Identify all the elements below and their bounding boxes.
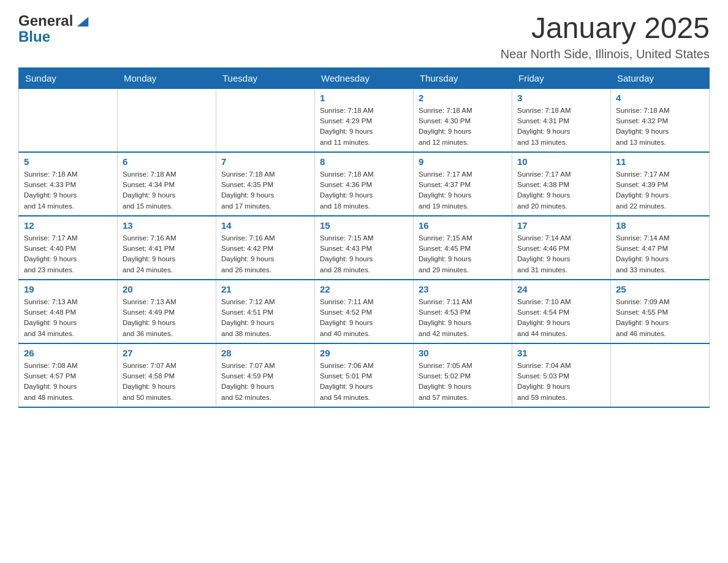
day-info: Sunrise: 7:13 AM Sunset: 4:49 PM Dayligh… bbox=[123, 297, 211, 339]
day-info: Sunrise: 7:06 AM Sunset: 5:01 PM Dayligh… bbox=[320, 361, 408, 403]
calendar-cell: 12Sunrise: 7:17 AM Sunset: 4:40 PM Dayli… bbox=[19, 216, 118, 280]
day-number: 27 bbox=[123, 348, 211, 358]
day-number: 10 bbox=[517, 156, 605, 167]
day-info: Sunrise: 7:09 AM Sunset: 4:55 PM Dayligh… bbox=[616, 297, 704, 339]
day-info: Sunrise: 7:16 AM Sunset: 4:42 PM Dayligh… bbox=[221, 233, 309, 275]
calendar-cell: 1Sunrise: 7:18 AM Sunset: 4:29 PM Daylig… bbox=[315, 88, 414, 152]
calendar-cell: 7Sunrise: 7:18 AM Sunset: 4:35 PM Daylig… bbox=[216, 152, 315, 216]
day-number: 22 bbox=[320, 284, 408, 294]
calendar-cell: 29Sunrise: 7:06 AM Sunset: 5:01 PM Dayli… bbox=[315, 343, 414, 407]
day-number: 25 bbox=[616, 284, 704, 294]
calendar-cell: 9Sunrise: 7:17 AM Sunset: 4:37 PM Daylig… bbox=[414, 152, 512, 216]
day-info: Sunrise: 7:18 AM Sunset: 4:29 PM Dayligh… bbox=[320, 105, 408, 148]
logo: General Blue bbox=[18, 12, 91, 45]
weekday-header-wednesday: Wednesday bbox=[315, 67, 414, 88]
calendar-cell bbox=[118, 88, 216, 152]
calendar-subtitle: Near North Side, Illinois, United States bbox=[501, 47, 710, 61]
day-info: Sunrise: 7:05 AM Sunset: 5:02 PM Dayligh… bbox=[419, 361, 507, 403]
calendar-cell: 8Sunrise: 7:18 AM Sunset: 4:36 PM Daylig… bbox=[315, 152, 414, 216]
day-info: Sunrise: 7:12 AM Sunset: 4:51 PM Dayligh… bbox=[221, 297, 309, 339]
day-number: 5 bbox=[24, 156, 112, 167]
day-number: 21 bbox=[221, 284, 309, 294]
day-info: Sunrise: 7:14 AM Sunset: 4:47 PM Dayligh… bbox=[616, 233, 704, 275]
day-info: Sunrise: 7:13 AM Sunset: 4:48 PM Dayligh… bbox=[24, 297, 112, 339]
day-number: 23 bbox=[419, 284, 507, 294]
calendar-cell: 22Sunrise: 7:11 AM Sunset: 4:52 PM Dayli… bbox=[315, 280, 414, 343]
day-info: Sunrise: 7:08 AM Sunset: 4:57 PM Dayligh… bbox=[24, 361, 112, 403]
week-row-1: 5Sunrise: 7:18 AM Sunset: 4:33 PM Daylig… bbox=[19, 152, 710, 216]
calendar-cell: 3Sunrise: 7:18 AM Sunset: 4:31 PM Daylig… bbox=[512, 88, 611, 152]
day-number: 30 bbox=[419, 348, 507, 358]
calendar-cell: 19Sunrise: 7:13 AM Sunset: 4:48 PM Dayli… bbox=[19, 280, 118, 343]
day-info: Sunrise: 7:17 AM Sunset: 4:38 PM Dayligh… bbox=[517, 169, 605, 212]
day-number: 28 bbox=[221, 348, 309, 358]
calendar-cell: 30Sunrise: 7:05 AM Sunset: 5:02 PM Dayli… bbox=[414, 343, 512, 407]
calendar-cell: 27Sunrise: 7:07 AM Sunset: 4:58 PM Dayli… bbox=[118, 343, 216, 407]
day-number: 20 bbox=[123, 284, 211, 294]
logo-icon bbox=[74, 12, 91, 29]
calendar-cell: 28Sunrise: 7:07 AM Sunset: 4:59 PM Dayli… bbox=[216, 343, 315, 407]
calendar-cell: 21Sunrise: 7:12 AM Sunset: 4:51 PM Dayli… bbox=[216, 280, 315, 343]
day-info: Sunrise: 7:16 AM Sunset: 4:41 PM Dayligh… bbox=[123, 233, 211, 275]
logo-general: General bbox=[18, 12, 73, 29]
day-number: 11 bbox=[616, 156, 704, 167]
day-info: Sunrise: 7:18 AM Sunset: 4:32 PM Dayligh… bbox=[616, 105, 704, 148]
calendar-cell: 16Sunrise: 7:15 AM Sunset: 4:45 PM Dayli… bbox=[414, 216, 512, 280]
day-number: 9 bbox=[419, 156, 507, 167]
day-info: Sunrise: 7:18 AM Sunset: 4:30 PM Dayligh… bbox=[419, 105, 507, 148]
day-number: 24 bbox=[517, 284, 605, 294]
calendar-title: January 2025 bbox=[501, 12, 710, 45]
week-row-3: 19Sunrise: 7:13 AM Sunset: 4:48 PM Dayli… bbox=[19, 280, 710, 343]
calendar-cell: 14Sunrise: 7:16 AM Sunset: 4:42 PM Dayli… bbox=[216, 216, 315, 280]
day-info: Sunrise: 7:10 AM Sunset: 4:54 PM Dayligh… bbox=[517, 297, 605, 339]
svg-marker-0 bbox=[77, 17, 89, 26]
day-number: 31 bbox=[517, 348, 605, 358]
calendar-cell: 11Sunrise: 7:17 AM Sunset: 4:39 PM Dayli… bbox=[611, 152, 710, 216]
week-row-2: 12Sunrise: 7:17 AM Sunset: 4:40 PM Dayli… bbox=[19, 216, 710, 280]
day-info: Sunrise: 7:11 AM Sunset: 4:53 PM Dayligh… bbox=[419, 297, 507, 339]
weekday-header-row: SundayMondayTuesdayWednesdayThursdayFrid… bbox=[19, 67, 710, 88]
day-number: 15 bbox=[320, 220, 408, 231]
weekday-header-thursday: Thursday bbox=[414, 67, 512, 88]
calendar-cell: 5Sunrise: 7:18 AM Sunset: 4:33 PM Daylig… bbox=[19, 152, 118, 216]
title-block: January 2025 Near North Side, Illinois, … bbox=[501, 12, 710, 61]
day-number: 4 bbox=[616, 93, 704, 103]
day-info: Sunrise: 7:14 AM Sunset: 4:46 PM Dayligh… bbox=[517, 233, 605, 275]
logo-blue: Blue bbox=[18, 28, 50, 45]
weekday-header-monday: Monday bbox=[118, 67, 216, 88]
calendar-cell bbox=[19, 88, 118, 152]
week-row-4: 26Sunrise: 7:08 AM Sunset: 4:57 PM Dayli… bbox=[19, 343, 710, 407]
day-info: Sunrise: 7:18 AM Sunset: 4:36 PM Dayligh… bbox=[320, 169, 408, 212]
day-number: 7 bbox=[221, 156, 309, 167]
day-info: Sunrise: 7:18 AM Sunset: 4:34 PM Dayligh… bbox=[123, 169, 211, 212]
day-info: Sunrise: 7:07 AM Sunset: 4:59 PM Dayligh… bbox=[221, 361, 309, 403]
weekday-header-friday: Friday bbox=[512, 67, 611, 88]
day-number: 12 bbox=[24, 220, 112, 231]
calendar-cell: 4Sunrise: 7:18 AM Sunset: 4:32 PM Daylig… bbox=[611, 88, 710, 152]
day-info: Sunrise: 7:15 AM Sunset: 4:45 PM Dayligh… bbox=[419, 233, 507, 275]
day-number: 8 bbox=[320, 156, 408, 167]
day-info: Sunrise: 7:15 AM Sunset: 4:43 PM Dayligh… bbox=[320, 233, 408, 275]
calendar-cell: 10Sunrise: 7:17 AM Sunset: 4:38 PM Dayli… bbox=[512, 152, 611, 216]
calendar-cell: 15Sunrise: 7:15 AM Sunset: 4:43 PM Dayli… bbox=[315, 216, 414, 280]
weekday-header-sunday: Sunday bbox=[19, 67, 118, 88]
day-info: Sunrise: 7:04 AM Sunset: 5:03 PM Dayligh… bbox=[517, 361, 605, 403]
calendar-cell: 26Sunrise: 7:08 AM Sunset: 4:57 PM Dayli… bbox=[19, 343, 118, 407]
day-number: 29 bbox=[320, 348, 408, 358]
calendar-cell: 23Sunrise: 7:11 AM Sunset: 4:53 PM Dayli… bbox=[414, 280, 512, 343]
day-info: Sunrise: 7:17 AM Sunset: 4:37 PM Dayligh… bbox=[419, 169, 507, 212]
calendar-cell bbox=[611, 343, 710, 407]
day-info: Sunrise: 7:17 AM Sunset: 4:39 PM Dayligh… bbox=[616, 169, 704, 212]
day-number: 3 bbox=[517, 93, 605, 103]
day-number: 17 bbox=[517, 220, 605, 231]
weekday-header-saturday: Saturday bbox=[611, 67, 710, 88]
day-info: Sunrise: 7:18 AM Sunset: 4:35 PM Dayligh… bbox=[221, 169, 309, 212]
day-number: 18 bbox=[616, 220, 704, 231]
calendar-table: SundayMondayTuesdayWednesdayThursdayFrid… bbox=[18, 67, 710, 408]
calendar-cell: 31Sunrise: 7:04 AM Sunset: 5:03 PM Dayli… bbox=[512, 343, 611, 407]
week-row-0: 1Sunrise: 7:18 AM Sunset: 4:29 PM Daylig… bbox=[19, 88, 710, 152]
calendar-cell: 25Sunrise: 7:09 AM Sunset: 4:55 PM Dayli… bbox=[611, 280, 710, 343]
day-info: Sunrise: 7:11 AM Sunset: 4:52 PM Dayligh… bbox=[320, 297, 408, 339]
calendar-cell: 13Sunrise: 7:16 AM Sunset: 4:41 PM Dayli… bbox=[118, 216, 216, 280]
day-number: 16 bbox=[419, 220, 507, 231]
